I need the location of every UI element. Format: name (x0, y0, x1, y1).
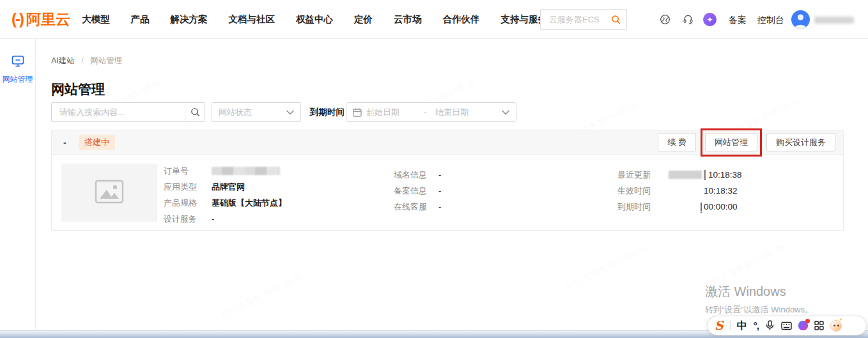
nav-item-damoxing[interactable]: 大模型 (82, 13, 110, 26)
language-globe-icon[interactable] (660, 14, 670, 25)
detail-row: 域名信息 - (394, 167, 441, 183)
keyboard-icon[interactable] (781, 321, 792, 330)
icp-info-label: 备案信息 (394, 185, 438, 197)
breadcrumb-current: 网站管理 (90, 56, 122, 65)
site-status-placeholder: 网站状态 (219, 107, 252, 118)
detail-row: 设计服务 - (164, 211, 286, 227)
image-placeholder-icon (95, 180, 124, 206)
nav-item-yunshichang[interactable]: 云市场 (394, 13, 422, 26)
date-start-placeholder: 起始日期 (366, 107, 399, 118)
product-spec-label: 产品规格 (164, 197, 212, 209)
detail-row: 最近更新 10:18:38 (617, 167, 742, 183)
date-range-picker[interactable]: 起始日期 - 结束日期 (346, 102, 516, 122)
aliyun-logo-text: 阿里云 (26, 8, 70, 30)
toolbar-divider (730, 321, 731, 330)
ime-punctuation-button[interactable]: °, (754, 321, 759, 330)
content-search-input[interactable] (58, 107, 185, 118)
design-service-value: - (212, 214, 214, 224)
page-title: 网站管理 (51, 81, 105, 98)
expire-time-row-label: 到期时间 (617, 201, 669, 213)
user-avatar[interactable] (791, 10, 810, 29)
nav-item-hezuo[interactable]: 合作伙伴 (443, 13, 480, 26)
icp-info-value: - (438, 186, 441, 196)
nav-item-quanyi[interactable]: 权益中心 (296, 13, 333, 26)
nav-item-dingjia[interactable]: 定价 (354, 13, 373, 26)
domain-info-label: 域名信息 (394, 169, 438, 181)
chevron-down-icon (502, 110, 509, 115)
sidebar-item-label: 网站管理 (0, 75, 35, 83)
header-search-input[interactable] (548, 14, 609, 25)
domain-info-value: - (438, 170, 441, 180)
detail-row: 生效时间 10:18:32 (617, 183, 742, 199)
detail-row: 到期时间 00:00:00 (617, 199, 742, 215)
renew-button[interactable]: 续 费 (658, 133, 696, 151)
sogou-ime-toolbar: S 中 °, (707, 316, 867, 335)
app-type-label: 应用类型 (164, 181, 212, 193)
top-nav: 大模型 产品 解决方案 文档与社区 权益中心 定价 云市场 合作伙伴 支持与服务… (82, 0, 615, 39)
detail-row: 备案信息 - (394, 183, 441, 199)
monitor-icon (11, 59, 25, 70)
site-status-select[interactable]: 网站状态 (212, 102, 301, 122)
nav-item-jiejuefangan[interactable]: 解决方案 (171, 13, 208, 26)
detail-row: 订单号 (164, 163, 286, 179)
online-support-value: - (438, 202, 441, 211)
emoji-skin-icon[interactable] (830, 320, 842, 332)
detail-row: 产品规格 基础版【大陆节点】 (164, 195, 286, 211)
site-thumbnail-placeholder (61, 164, 157, 222)
microphone-icon[interactable] (765, 320, 775, 331)
collapse-toggle[interactable]: - (63, 137, 74, 148)
username-redacted[interactable] (814, 17, 854, 24)
app-type-value: 品牌官网 (212, 181, 245, 193)
date-redacted-block (669, 171, 702, 179)
site-card-body: 订单号 应用类型 品牌官网 产品规格 基础版【大陆节点】 设计服务 - (52, 155, 843, 231)
breadcrumb: AI建站 / 网站管理 (51, 56, 122, 66)
site-card-header: - 搭建中 续 费 网站管理 购买设计服务 (52, 130, 843, 155)
content-search[interactable] (51, 102, 205, 122)
left-sidebar: 网站管理 (0, 39, 36, 330)
nav-item-wendang[interactable]: 文档与社区 (229, 13, 275, 26)
search-icon[interactable] (611, 15, 621, 24)
toolbox-grid-icon[interactable] (814, 321, 824, 330)
buy-design-service-button[interactable]: 购买设计服务 (766, 133, 835, 151)
content-search-button[interactable] (185, 103, 205, 121)
calendar-icon (353, 108, 362, 117)
support-headset-icon[interactable] (683, 14, 694, 25)
watermark: 钉钉 王雪冬 2025-08-06 (564, 243, 649, 293)
breadcrumb-ai-site[interactable]: AI建站 (51, 56, 75, 65)
windows-activation-title: 激活 Windows (705, 283, 813, 300)
header-search[interactable] (540, 9, 627, 30)
last-update-label: 最近更新 (617, 169, 669, 181)
expire-time-label: 到期时间 (310, 107, 345, 118)
redaction-remnant (704, 170, 706, 180)
ime-language-mode-button[interactable]: 中 (737, 321, 747, 331)
detail-row: 应用类型 品牌官网 (164, 179, 286, 195)
date-end-placeholder: 结束日期 (435, 107, 469, 118)
status-badge: 搭建中 (79, 135, 115, 150)
screen: 钉钉 王雪冬 2025-08-06 钉钉 王雪冬 2025-08-06 钉钉 王… (0, 0, 868, 338)
aliyun-logo[interactable]: (-) 阿里云 (12, 8, 70, 30)
card-actions: 续 费 网站管理 购买设计服务 (658, 133, 835, 151)
redaction-remnant (701, 203, 702, 211)
sidebar-item-website-management[interactable]: 网站管理 (0, 39, 35, 83)
effective-time-value: 10:18:32 (704, 186, 738, 196)
detail-column-order: 订单号 应用类型 品牌官网 产品规格 基础版【大陆节点】 设计服务 - (164, 163, 286, 227)
beian-link[interactable]: 备案 (729, 15, 747, 26)
detail-row: 在线客服 - (394, 199, 441, 215)
detail-column-time: 最近更新 10:18:38 生效时间 10:18:32 到期时间 00:00:0… (617, 167, 742, 215)
top-navbar: (-) 阿里云 大模型 产品 解决方案 文档与社区 权益中心 定价 云市场 合作… (0, 0, 868, 39)
ai-assistant-icon[interactable]: ✦ (703, 13, 717, 26)
site-manage-button[interactable]: 网站管理 (705, 133, 757, 151)
design-service-label: 设计服务 (164, 213, 212, 225)
order-number-redacted (212, 167, 280, 175)
console-link[interactable]: 控制台 (757, 15, 784, 26)
effective-time-label: 生效时间 (617, 185, 669, 197)
watermark: 钉钉 王雪冬 2025-08-06 (219, 272, 304, 321)
ai-input-icon[interactable] (798, 321, 808, 330)
order-number-label: 订单号 (164, 165, 212, 177)
site-card: - 搭建中 续 费 网站管理 购买设计服务 订单号 (51, 130, 844, 231)
product-spec-value: 基础版【大陆节点】 (212, 197, 286, 209)
nav-item-chanpin[interactable]: 产品 (131, 13, 150, 26)
date-range-separator: - (424, 107, 426, 117)
sogou-logo-icon[interactable]: S (715, 319, 724, 332)
expire-time-value: 00:00:00 (704, 202, 738, 211)
